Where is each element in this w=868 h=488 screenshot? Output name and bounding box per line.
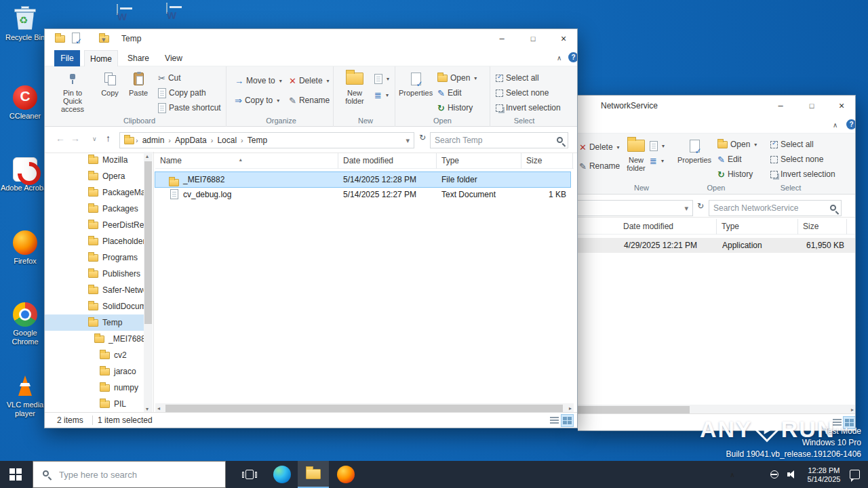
column-header-type[interactable]: Type	[437, 153, 521, 169]
tab-view[interactable]: View	[159, 50, 189, 66]
nav-item-opera[interactable]: Opera	[45, 168, 144, 184]
tray-show-hidden-icons[interactable]: ∧	[724, 461, 741, 488]
open-button[interactable]: Open▾	[717, 138, 757, 151]
nav-item-numpy[interactable]: numpy	[45, 380, 144, 396]
tab-share[interactable]: Share	[122, 50, 155, 66]
edit-button[interactable]: ✎Edit	[437, 86, 462, 100]
select-all-button[interactable]: Select all	[770, 138, 814, 151]
file-row[interactable]: 4/29/2025 12:21 PM Application 61,950 KB	[578, 238, 856, 253]
desktop-icon-ccleaner[interactable]: CCleaner	[0, 83, 50, 121]
nav-item-soliddocum[interactable]: SolidDocum...	[45, 298, 144, 314]
desktop-icon-google-chrome[interactable]: Google Chrome	[0, 300, 50, 346]
breadcrumb-appdata[interactable]: AppData	[172, 136, 210, 145]
taskbar-search-input[interactable]	[33, 462, 225, 487]
scroll-right-icon[interactable]: ▸	[569, 405, 572, 411]
nav-item-packages[interactable]: Packages	[45, 201, 144, 217]
breadcrumb-temp[interactable]: Temp	[245, 136, 270, 145]
scrollbar-thumb[interactable]	[578, 406, 690, 413]
breadcrumb-admin[interactable]: admin	[140, 136, 167, 145]
column-header-date[interactable]: Date modified	[618, 219, 717, 235]
collapse-ribbon-icon[interactable]: ∧	[557, 54, 561, 62]
scroll-down-icon[interactable]: ▾	[146, 406, 149, 412]
history-button[interactable]: ↻History	[717, 167, 753, 181]
details-view-button[interactable]	[549, 415, 560, 426]
nav-item-temp[interactable]: Temp	[45, 314, 144, 331]
scrollbar-thumb[interactable]	[144, 161, 152, 324]
help-icon[interactable]: ?	[568, 52, 578, 62]
invert-selection-button[interactable]: Invert selection	[770, 167, 835, 181]
file-row-cv-debug-log[interactable]: cv_debug.log 5/14/2025 12:27 PM Text Doc…	[155, 187, 570, 202]
select-none-button[interactable]: Select none	[496, 86, 549, 100]
rename-button[interactable]: ✎Rename	[289, 94, 330, 107]
scroll-up-icon[interactable]: ▴	[146, 153, 149, 159]
taskbar-firefox-button[interactable]	[330, 461, 361, 488]
rename-button[interactable]: ✎Rename	[579, 159, 620, 173]
forward-icon[interactable]: →	[71, 133, 80, 144]
desktop-icon-adobe-acrobat[interactable]: Adobe Acrobat	[0, 155, 50, 192]
nav-item-publishers[interactable]: Publishers	[45, 266, 144, 282]
desktop-icon-document-2[interactable]	[166, 3, 167, 13]
new-item-button[interactable]: ▾	[650, 139, 665, 152]
invert-selection-button[interactable]: Invert selection	[496, 101, 561, 115]
back-icon[interactable]: ←	[56, 133, 65, 144]
tab-home[interactable]: Home	[84, 50, 118, 66]
nav-item-mei76882[interactable]: _MEI76882	[45, 331, 144, 347]
search-input[interactable]	[709, 201, 841, 216]
up-icon[interactable]: ↑	[106, 133, 111, 144]
nav-item-pil[interactable]: PIL	[45, 396, 144, 412]
help-icon[interactable]: ?	[846, 119, 856, 129]
delete-button[interactable]: ✕Delete▾	[289, 74, 330, 87]
collapse-ribbon-icon[interactable]: ∧	[833, 121, 837, 129]
nav-item-placeholder[interactable]: Placeholder...	[45, 233, 144, 249]
edit-button[interactable]: ✎Edit	[717, 152, 742, 166]
minimize-button[interactable]: –	[765, 96, 796, 115]
scroll-right-icon[interactable]: ▸	[851, 407, 854, 413]
cut-button[interactable]: ✂Cut	[158, 71, 181, 85]
search-box[interactable]	[430, 132, 568, 148]
column-header-type[interactable]: Type	[717, 219, 798, 235]
task-view-button[interactable]	[234, 461, 265, 488]
column-header-date[interactable]: Date modified	[338, 153, 437, 169]
qat-customize-icon[interactable]: ▾	[102, 35, 106, 44]
close-button[interactable]: ×	[549, 29, 578, 48]
address-box[interactable]: ▾	[578, 200, 693, 216]
recent-locations-icon[interactable]: ∨	[92, 136, 97, 142]
column-header-size[interactable]: Size	[798, 219, 847, 235]
taskbar-search[interactable]	[33, 461, 226, 488]
nav-item-safer-netwo[interactable]: Safer-Netwo...	[45, 282, 144, 298]
address-box[interactable]: › admin› AppData› Local› Temp ▾	[119, 132, 414, 148]
select-all-button[interactable]: Select all	[496, 71, 539, 85]
properties-button[interactable]: Properties	[677, 135, 712, 180]
breadcrumb-local[interactable]: Local	[214, 136, 239, 145]
file-row-mei76882[interactable]: _MEI76882 5/14/2025 12:28 PM File folder	[155, 172, 570, 187]
search-input[interactable]	[431, 133, 568, 148]
qat-properties-button[interactable]	[72, 33, 80, 45]
nav-item-programs[interactable]: Programs	[45, 249, 144, 266]
action-center-button[interactable]	[846, 461, 863, 488]
new-item-button[interactable]: ▾	[374, 72, 389, 85]
move-to-button[interactable]: →Move to▾	[235, 74, 282, 87]
tab-file[interactable]: File	[54, 50, 80, 66]
tray-network-button[interactable]	[766, 461, 783, 488]
nav-item-packagema[interactable]: PackageMa...	[45, 184, 144, 201]
select-none-button[interactable]: Select none	[770, 152, 823, 166]
nav-item-peerdistrep[interactable]: PeerDistRep...	[45, 217, 144, 233]
nav-item-mozilla[interactable]: Mozilla	[45, 152, 144, 168]
copy-path-button[interactable]: Copy path	[158, 86, 206, 100]
address-dropdown-icon[interactable]: ▾	[406, 136, 410, 145]
nav-item-cv2[interactable]: cv2	[45, 347, 144, 363]
start-button[interactable]	[0, 461, 31, 488]
delete-button[interactable]: ✕Delete▾	[579, 140, 620, 154]
refresh-icon[interactable]: ↻	[697, 201, 704, 211]
nav-vertical-scrollbar[interactable]: ▴ ▾	[144, 152, 153, 413]
new-folder-button[interactable]: New folder	[339, 68, 370, 113]
paste-button[interactable]: Paste	[125, 68, 152, 113]
properties-button[interactable]: Properties	[399, 68, 433, 113]
taskbar-clock[interactable]: 12:28 PM 5/14/2025	[802, 461, 846, 488]
open-button[interactable]: Open▾	[437, 71, 477, 85]
search-box[interactable]	[709, 200, 842, 216]
column-header-size[interactable]: Size	[521, 153, 573, 169]
history-button[interactable]: ↻History	[437, 101, 473, 115]
thumbnails-view-button[interactable]	[561, 415, 573, 426]
column-header-name[interactable]: Name▴	[155, 153, 338, 169]
